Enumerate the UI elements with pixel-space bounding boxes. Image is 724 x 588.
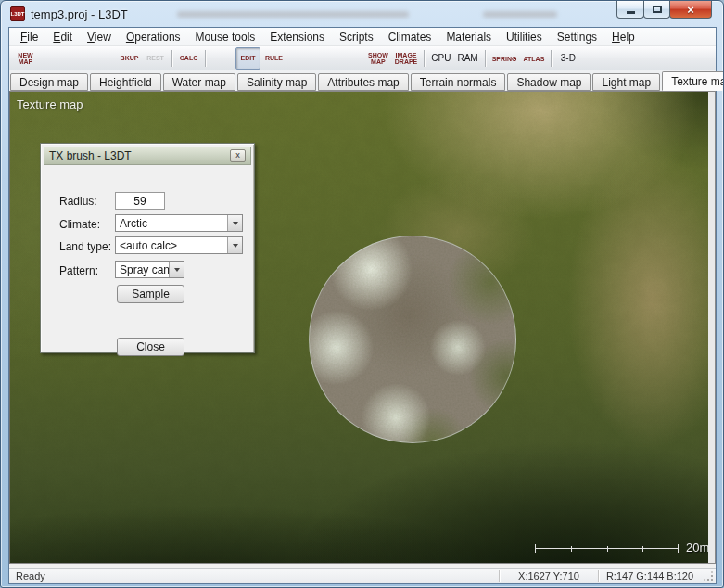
select-zoom-tool-button[interactable] [313,47,338,70]
restore-button: REST [143,47,168,70]
save-all-button[interactable] [65,47,90,70]
chevron-down-icon [233,222,238,225]
minimize-button[interactable] [616,1,644,19]
glass-blur-artifact [177,11,409,18]
open-project-button[interactable] [39,47,64,70]
chevron-down-icon [174,268,180,272]
grip-dots-icon [711,579,713,581]
edit-tool-button-label: EDIT [241,55,256,61]
menu-edit[interactable]: Edit [45,29,80,45]
scale-ruler-icon [535,543,679,553]
pattern-dropdown-button[interactable] [169,262,184,277]
close-button[interactable]: × [669,1,712,19]
tab-texture-map[interactable]: Texture map [662,71,724,91]
new-map-button-label: NEWMAP [18,52,32,65]
backup-button-label: BKUP [121,55,139,61]
new-map-button[interactable]: NEWMAP [13,47,38,70]
climate-value: Arctic [120,217,227,230]
spring-button-label: SPRING [492,56,517,62]
view-3d-button[interactable]: 3-D [555,47,580,70]
pixel-rgb-value: R:147 G:144 B:120 [599,570,701,582]
climate-select[interactable]: Arctic [115,214,243,232]
edit-tool-button[interactable]: EDIT [235,47,260,70]
tab-light-map[interactable]: Light map [592,73,660,91]
view-3d-button-label: 3-D [561,54,576,63]
pattern-select[interactable]: Spray can [115,261,184,278]
toolbar-separator [485,50,486,67]
menu-settings[interactable]: Settings [550,29,604,45]
maximize-button[interactable] [643,1,670,19]
dialog-body: Radius: Climate: Arctic Land type: <auto… [41,168,254,352]
minimize-icon [627,11,635,14]
map-tab-bar: Design mapHeightfieldWater mapSalinity m… [9,70,716,91]
import-button[interactable] [91,47,116,70]
tx-brush-dialog: TX brush - L3DT x Radius: Climate: Arcti… [40,143,255,353]
calc-button[interactable]: CALC [176,47,201,70]
backup-button[interactable]: BKUP [117,47,142,70]
tab-shadow-map[interactable]: Shadow map [507,73,591,91]
cpu-button-label: CPU [431,54,451,63]
dialog-close-button[interactable]: x [230,149,246,162]
tab-heightfield[interactable]: Heightfield [90,73,161,91]
menu-extensions[interactable]: Extensions [262,29,332,45]
menu-file[interactable]: File [13,29,45,45]
sample-button[interactable]: Sample [117,285,184,303]
ruler-tool-button-label: RULE [265,55,283,61]
menu-help[interactable]: Help [604,29,642,45]
status-text: Ready [9,570,499,582]
spring-button[interactable]: SPRING [489,47,520,70]
climate-label: Climate: [59,218,100,231]
land-type-dropdown-button[interactable] [227,237,242,253]
pointer-tool-button[interactable] [210,47,235,70]
chevron-down-icon [233,244,238,248]
glass-blur-artifact [483,11,557,18]
resize-grip[interactable] [701,569,716,583]
cpu-button[interactable]: CPU [428,47,453,70]
menu-scripts[interactable]: Scripts [332,29,381,45]
menu-mouse-tools[interactable]: Mouse tools [188,29,263,45]
land-type-label: Land type: [59,240,111,253]
app-icon: L3DT [10,6,25,21]
select-tool-button [339,47,364,70]
menu-utilities[interactable]: Utilities [499,29,550,45]
app-window: L3DT temp3.proj - L3DT × FileEditViewOpe… [0,0,724,588]
maximize-icon [653,6,662,13]
texture-map-canvas[interactable]: Texture map 20m TX brush - L3DT x Radiu [10,92,708,563]
tab-terrain-normals[interactable]: Terrain normals [411,73,506,91]
close-dialog-button[interactable]: Close [117,338,184,356]
ruler-tool-button[interactable]: RULE [261,47,286,70]
tab-design-map[interactable]: Design map [10,73,88,91]
texture-brush-circle[interactable] [309,236,516,443]
dialog-title-bar[interactable]: TX brush - L3DT x [44,147,251,165]
radius-input[interactable] [115,192,165,210]
tab-attributes-map[interactable]: Attributes map [318,73,408,91]
caption-buttons: × [617,1,712,19]
restore-button-label: REST [146,55,164,61]
atlas-button[interactable]: ATLAS [521,47,548,70]
calc-button-label: CALC [180,55,197,61]
ram-button[interactable]: RAM [454,47,480,70]
toolbar: NEWMAPBKUPRESTCALCEDITRULESHOWMAPIMAGEDR… [9,46,716,70]
ram-button-label: RAM [457,54,477,63]
select-move-tool-button[interactable] [287,47,312,70]
land-type-select[interactable]: <auto calc> [115,236,243,254]
menu-view[interactable]: View [80,29,119,45]
menu-climates[interactable]: Climates [381,29,439,45]
pattern-label: Pattern: [59,264,98,277]
title-bar[interactable]: L3DT temp3.proj - L3DT × [1,1,723,27]
cursor-coordinates: X:1627 Y:710 [500,570,598,582]
climate-dropdown-button[interactable] [227,215,242,231]
land-type-value: <auto calc> [120,239,227,252]
map-type-overlay-label: Texture map [17,97,83,111]
radius-label: Radius: [59,195,97,208]
menu-materials[interactable]: Materials [438,29,499,45]
menu-operations[interactable]: Operations [119,29,188,45]
show-map-button[interactable]: SHOWMAP [365,47,391,70]
tab-salinity-map[interactable]: Salinity map [237,73,316,91]
close-icon: × [687,3,694,17]
dialog-title: TX brush - L3DT [49,149,132,162]
tab-water-map[interactable]: Water map [163,73,235,91]
status-bar: Ready X:1627 Y:710 R:147 G:144 B:120 [9,568,716,583]
image-drape-button[interactable]: IMAGEDRAPE [392,47,421,70]
image-drape-button-label: IMAGEDRAPE [395,52,418,65]
